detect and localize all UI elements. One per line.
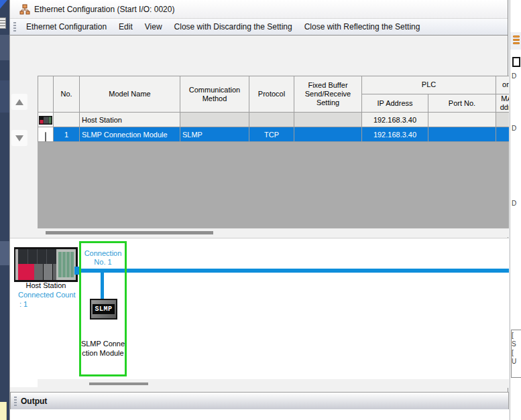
output-grip[interactable] bbox=[14, 397, 17, 406]
right-dock-panel: D D D [ S [ U bbox=[510, 0, 521, 420]
header-mac-partial: MAC ddres bbox=[496, 94, 510, 113]
menu-close-reflect[interactable]: Close with Reflecting the Setting bbox=[298, 19, 426, 34]
cell-no[interactable]: 1 bbox=[54, 127, 80, 142]
header-plc-group: PLC bbox=[362, 76, 496, 94]
left-dock-strip bbox=[0, 0, 9, 420]
module-table-grid: No. Model Name Communication Method Prot… bbox=[38, 76, 509, 142]
menubar-grip[interactable] bbox=[13, 22, 16, 31]
cell-protocol[interactable]: TCP bbox=[249, 127, 294, 142]
move-row-up-button[interactable] bbox=[11, 94, 27, 110]
title-bar: Ethernet Configuration (Start I/O: 0020) bbox=[10, 0, 508, 19]
menu-close-discard[interactable]: Close with Discarding the Setting bbox=[168, 19, 298, 34]
cell-communication-method[interactable] bbox=[180, 113, 249, 127]
output-panel-body bbox=[10, 409, 509, 420]
cell-no[interactable] bbox=[54, 113, 80, 127]
menu-view[interactable]: View bbox=[139, 19, 168, 34]
text-fragment: D bbox=[512, 125, 516, 132]
window-title: Ethernet Configuration (Start I/O: 0020) bbox=[34, 5, 174, 14]
cell-ip-address[interactable]: 192.168.3.40 bbox=[362, 113, 428, 127]
cell-mac[interactable] bbox=[496, 127, 510, 142]
down-arrow-icon bbox=[15, 135, 23, 141]
table-row-slmp-module-selected[interactable]: S 1 SLMP Connection Module SLMP TCP 192.… bbox=[38, 127, 510, 142]
up-arrow-icon bbox=[15, 99, 23, 105]
header-icon-col bbox=[38, 76, 54, 113]
toolbar-fragment-icon bbox=[0, 0, 7, 9]
connection-number-label: Connection No. 1 bbox=[79, 249, 127, 267]
cell-protocol[interactable] bbox=[249, 113, 294, 127]
text-fragment: D bbox=[512, 72, 516, 80]
text-fragment: [ bbox=[512, 349, 514, 356]
header-fixed-buffer: Fixed Buffer Send/Receive Setting bbox=[294, 76, 362, 113]
diagram-horizontal-scrollbar[interactable] bbox=[38, 379, 509, 388]
cell-port-no[interactable] bbox=[428, 113, 496, 127]
move-row-down-button[interactable] bbox=[11, 130, 27, 146]
cell-mac[interactable] bbox=[496, 113, 510, 127]
slmp-module-icon-text: SLMP bbox=[93, 304, 114, 314]
slmp-module-label: SLMP Conne ction Module bbox=[79, 339, 127, 358]
cell-model-name[interactable]: Host Station bbox=[80, 113, 180, 127]
network-diagram-pane: Host Station Connected Count : 1 Connect… bbox=[10, 238, 509, 387]
host-station-image[interactable] bbox=[14, 247, 78, 282]
ethernet-config-window: Ethernet Configuration (Start I/O: 0020)… bbox=[9, 0, 508, 420]
scrollbar-thumb[interactable] bbox=[46, 231, 213, 234]
network-config-icon bbox=[19, 4, 30, 15]
header-no: No. bbox=[54, 76, 80, 113]
cell-fixed-buffer[interactable] bbox=[294, 127, 362, 142]
scrollbar-thumb[interactable] bbox=[89, 382, 148, 385]
host-station-label: Host Station bbox=[14, 281, 78, 289]
cell-ip-address[interactable]: 192.168.3.40 bbox=[362, 127, 428, 142]
header-ip-address: IP Address bbox=[362, 94, 428, 113]
table-horizontal-scrollbar[interactable] bbox=[38, 228, 509, 237]
connected-count-value: : 1 bbox=[19, 300, 27, 308]
dock-block bbox=[0, 35, 9, 60]
menu-bar: Ethernet Configuration Edit View Close w… bbox=[10, 19, 508, 36]
list-icon-fragment bbox=[0, 17, 6, 29]
connected-count-label: Connected Count bbox=[18, 291, 76, 299]
slmp-row-icon: S bbox=[38, 127, 54, 142]
slmp-module-icon[interactable]: SLMP bbox=[90, 299, 117, 320]
dock-block bbox=[0, 80, 9, 113]
cell-communication-method[interactable]: SLMP bbox=[180, 127, 249, 142]
header-protocol: Protocol bbox=[249, 76, 294, 113]
cell-model-name[interactable]: SLMP Connection Module bbox=[80, 127, 180, 142]
panel-box-fragment bbox=[512, 57, 520, 67]
host-station-row-icon bbox=[38, 113, 54, 127]
cell-port-no[interactable] bbox=[428, 127, 496, 142]
cell-fixed-buffer[interactable] bbox=[294, 113, 362, 127]
header-port-no: Port No. bbox=[428, 94, 496, 113]
dock-block bbox=[0, 241, 9, 265]
table-row-host-station[interactable]: Host Station 192.168.3.40 bbox=[38, 113, 510, 127]
text-fragment: D bbox=[512, 200, 516, 207]
header-mac-group-partial: or/D bbox=[496, 76, 510, 94]
menu-edit[interactable]: Edit bbox=[113, 19, 139, 34]
header-model-name: Model Name bbox=[80, 76, 180, 113]
menu-ethernet-configuration[interactable]: Ethernet Configuration bbox=[20, 19, 113, 34]
module-table: No. Model Name Communication Method Prot… bbox=[38, 76, 509, 237]
text-fragment: [ bbox=[512, 332, 514, 339]
ethernet-trunk-line bbox=[76, 269, 509, 273]
text-fragment: S bbox=[512, 340, 516, 348]
orange-menu-icon[interactable] bbox=[513, 36, 520, 46]
output-title: Output bbox=[21, 397, 47, 406]
dock-tab-fragment bbox=[0, 402, 7, 420]
output-panel-bar: Output bbox=[10, 392, 509, 409]
text-fragment: U bbox=[512, 358, 516, 365]
header-communication-method: Communication Method bbox=[180, 76, 249, 113]
module-body-icon bbox=[45, 132, 46, 142]
